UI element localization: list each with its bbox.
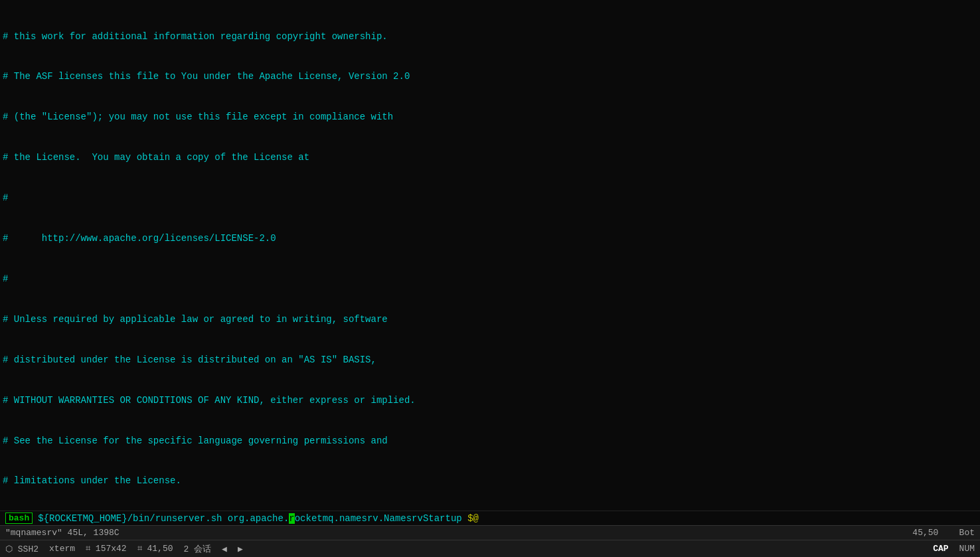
status-right: CAP NUM bbox=[933, 544, 975, 554]
position-info: 45,50 Bot bbox=[912, 528, 975, 538]
cmd-text: ${ROCKETMQ_HOME}/bin/runserver.sh org.ap… bbox=[38, 513, 479, 524]
size-status: ⌗ 157x42 bbox=[86, 544, 127, 554]
arrow-left-status: ◀ bbox=[222, 544, 227, 554]
line-2: # The ASF licenses this file to You unde… bbox=[3, 70, 977, 83]
sessions-status: 2 会话 bbox=[184, 543, 212, 555]
cap-status[interactable]: CAP bbox=[933, 544, 948, 554]
ssh-status: ⬡ SSH2 bbox=[5, 544, 39, 554]
line-4: # the License. You may obtain a copy of … bbox=[3, 151, 977, 164]
arrow-right-status: ▶ bbox=[238, 544, 243, 554]
line-12: # limitations under the License. bbox=[3, 474, 977, 487]
editor-area: # this work for additional information r… bbox=[0, 0, 980, 511]
status-left: ⬡ SSH2 xterm ⌗ 157x42 ⌗ 41,50 2 会话 ◀ ▶ bbox=[5, 543, 243, 555]
code-content: # this work for additional information r… bbox=[0, 1, 980, 509]
line-7: # bbox=[3, 272, 977, 285]
file-info-bar: "mqnamesrv" 45L, 1398C 45,50 Bot bbox=[0, 525, 980, 540]
cmd-bar: bash ${ROCKETMQ_HOME}/bin/runserver.sh o… bbox=[0, 511, 980, 525]
bash-tag: bash bbox=[5, 513, 33, 524]
line-5: # bbox=[3, 191, 977, 204]
bottom-status-bar: ⬡ SSH2 xterm ⌗ 157x42 ⌗ 41,50 2 会话 ◀ ▶ C… bbox=[0, 540, 980, 557]
line-8: # Unless required by applicable law or a… bbox=[3, 313, 977, 326]
the-word: the bbox=[14, 152, 31, 163]
line-11: # See the License for the specific langu… bbox=[3, 434, 977, 447]
line-10: # WITHOUT WARRANTIES OR CONDITIONS OF AN… bbox=[3, 394, 977, 407]
file-info: "mqnamesrv" 45L, 1398C bbox=[5, 528, 120, 538]
line-3: # (the "License"); you may not use this … bbox=[3, 110, 977, 123]
num-status: ⌗ 41,50 bbox=[137, 544, 173, 554]
term-status: xterm bbox=[49, 544, 75, 554]
line-6: # http://www.apache.org/licenses/LICENSE… bbox=[3, 232, 977, 245]
num-mode-status: NUM bbox=[959, 544, 975, 554]
line-1: # this work for additional information r… bbox=[3, 30, 977, 43]
line-9: # distributed under the License is distr… bbox=[3, 353, 977, 366]
